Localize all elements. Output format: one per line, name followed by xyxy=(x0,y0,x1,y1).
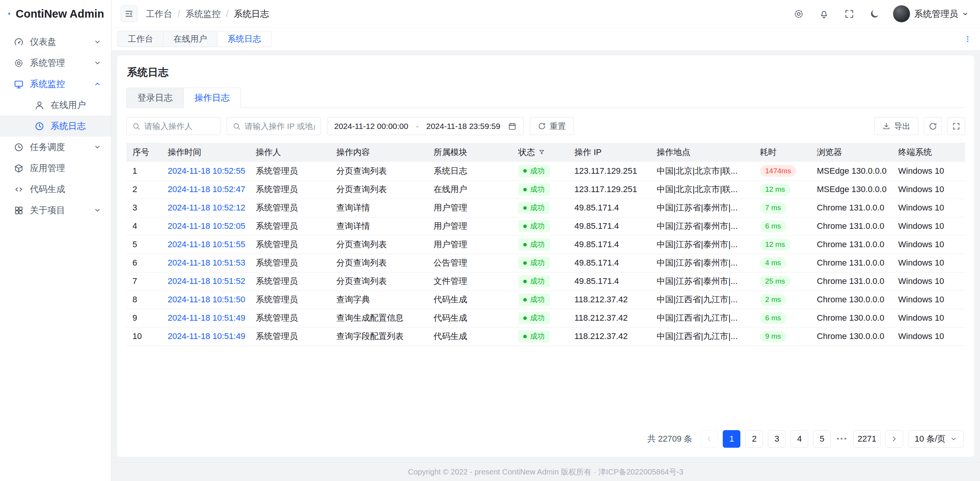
cell-module: 公告管理 xyxy=(428,254,512,272)
cell-cost: 9 ms xyxy=(754,327,811,346)
sidebar-item-task-scheduling[interactable]: 任务调度 xyxy=(0,137,111,158)
page-button[interactable]: 5 xyxy=(813,430,831,448)
copyright-text: Copyright © 2022 - present ContiNew Admi… xyxy=(408,467,684,477)
sidebar-item-label: 系统监控 xyxy=(30,78,88,90)
operator-search-input[interactable] xyxy=(144,122,215,131)
user-menu[interactable]: 系统管理员 xyxy=(893,5,969,23)
cost-badge: 12 ms xyxy=(760,184,791,196)
sidebar-item-dashboard[interactable]: 仪表盘 xyxy=(0,31,111,52)
cell-browser: Chrome 131.0.0.0 xyxy=(811,199,892,217)
dark-mode-button[interactable] xyxy=(867,7,881,21)
time-link[interactable]: 2024-11-18 10:51:53 xyxy=(168,258,245,267)
cell-cost: 12 ms xyxy=(754,180,811,199)
refresh-table-button[interactable] xyxy=(924,117,942,135)
time-link[interactable]: 2024-11-18 10:52:47 xyxy=(168,184,245,194)
cell-time: 2024-11-18 10:52:05 xyxy=(162,217,250,235)
tab-online-users[interactable]: 在线用户 xyxy=(163,31,217,47)
page-button[interactable]: 4 xyxy=(791,430,808,448)
sidebar-item-system-monitor[interactable]: 系统监控 xyxy=(0,73,111,95)
cost-badge: 9 ms xyxy=(760,331,786,342)
cell-status: 成功 xyxy=(512,217,568,235)
cell-location: 中国|江西省|九江市|... xyxy=(650,309,753,327)
app-root: ContiNew Admin 仪表盘 系统管理 系统监控 在线用户 xyxy=(0,0,980,481)
tab-system-logs[interactable]: 系统日志 xyxy=(217,31,271,47)
cell-location: 中国|江西省|九江市|... xyxy=(650,327,753,346)
more-vertical-icon[interactable] xyxy=(962,33,974,45)
notifications-button[interactable] xyxy=(817,7,831,21)
content: 系统日志 登录日志 操作日志 2024-11-12 00:00: xyxy=(111,50,980,462)
page-button[interactable]: 1 xyxy=(723,430,740,448)
cost-badge: 12 ms xyxy=(760,239,791,251)
time-link[interactable]: 2024-11-18 10:51:55 xyxy=(168,240,245,249)
last-page-button[interactable]: 2271 xyxy=(853,430,880,448)
ip-search-box xyxy=(227,117,321,135)
cell-content: 分页查询列表 xyxy=(330,180,427,199)
settings-button[interactable] xyxy=(792,7,805,21)
sidebar-item-label: 系统日志 xyxy=(51,120,101,132)
sidebar-item-code-generation[interactable]: 代码生成 xyxy=(0,179,111,200)
export-button[interactable]: 导出 xyxy=(874,117,918,135)
status-badge: 成功 xyxy=(518,238,550,251)
sidebar-item-online-users[interactable]: 在线用户 xyxy=(0,95,111,116)
refresh-icon xyxy=(538,122,546,130)
pagination-ellipsis[interactable]: ••• xyxy=(836,435,848,443)
cell-content: 查询字典 xyxy=(330,290,427,309)
logo[interactable]: ContiNew Admin xyxy=(0,0,111,28)
prev-page-button[interactable] xyxy=(700,430,718,448)
col-content: 操作内容 xyxy=(330,143,427,162)
sidebar-item-about-project[interactable]: 关于项目 xyxy=(0,200,111,221)
cell-ip: 49.85.171.4 xyxy=(568,254,651,272)
user-icon xyxy=(34,100,44,110)
cell-location: 中国|江苏省|泰州市|... xyxy=(650,199,753,217)
expand-table-button[interactable] xyxy=(947,117,965,135)
time-link[interactable]: 2024-11-18 10:51:52 xyxy=(168,276,245,286)
cell-operator: 系统管理员 xyxy=(250,235,330,254)
sidebar-item-system-logs[interactable]: 系统日志 xyxy=(0,116,111,137)
export-button-label: 导出 xyxy=(894,121,910,132)
tab-login-logs[interactable]: 登录日志 xyxy=(126,88,184,108)
reset-button[interactable]: 重置 xyxy=(530,117,574,135)
table-row: 5 2024-11-18 10:51:55 系统管理员 分页查询列表 用户管理 … xyxy=(126,235,965,254)
tab-workbench[interactable]: 工作台 xyxy=(118,31,163,47)
chevron-right-icon xyxy=(890,435,898,443)
cell-location: 中国|北京|北京市|联... xyxy=(650,180,753,199)
tab-operation-logs[interactable]: 操作日志 xyxy=(183,88,241,108)
breadcrumb-item[interactable]: 系统监控 xyxy=(185,8,220,20)
time-link[interactable]: 2024-11-18 10:52:12 xyxy=(168,203,245,212)
date-end-value[interactable]: 2024-11-18 23:59:59 xyxy=(426,122,500,131)
chevron-down-icon xyxy=(962,11,969,17)
page-button[interactable]: 2 xyxy=(745,430,763,448)
cell-cost: 6 ms xyxy=(754,217,811,235)
sidebar-collapse-button[interactable] xyxy=(121,5,137,22)
cell-content: 分页查询列表 xyxy=(330,235,427,254)
cell-index: 4 xyxy=(126,217,162,235)
col-browser: 浏览器 xyxy=(811,143,892,162)
page-button[interactable]: 3 xyxy=(768,430,786,448)
time-link[interactable]: 2024-11-18 10:51:50 xyxy=(168,295,245,304)
sidebar-menu: 仪表盘 系统管理 系统监控 在线用户 系统日志 xyxy=(0,28,111,221)
download-icon xyxy=(882,122,890,130)
cell-cost: 12 ms xyxy=(754,235,811,254)
avatar xyxy=(893,5,910,23)
chevron-up-icon xyxy=(94,80,101,88)
date-start-value[interactable]: 2024-11-12 00:00:00 xyxy=(334,122,408,131)
next-page-button[interactable] xyxy=(885,430,903,448)
status-badge: 成功 xyxy=(518,220,550,232)
time-link[interactable]: 2024-11-18 10:51:49 xyxy=(168,313,245,323)
date-range-picker[interactable]: 2024-11-12 00:00:00 - 2024-11-18 23:59:5… xyxy=(327,117,524,135)
fullscreen-button[interactable] xyxy=(842,7,856,21)
filter-icon[interactable] xyxy=(538,149,545,156)
breadcrumb-item[interactable]: 工作台 xyxy=(146,8,172,20)
sidebar-item-system-management[interactable]: 系统管理 xyxy=(0,52,111,73)
ip-search-input[interactable] xyxy=(245,122,315,131)
page-size-select[interactable]: 10 条/页 xyxy=(908,430,964,448)
time-link[interactable]: 2024-11-18 10:52:05 xyxy=(168,221,245,231)
time-link[interactable]: 2024-11-18 10:52:55 xyxy=(168,166,245,176)
col-index: 序号 xyxy=(126,143,162,162)
status-badge: 成功 xyxy=(518,257,550,269)
chevron-down-icon xyxy=(94,143,101,151)
bell-icon xyxy=(819,9,829,19)
cell-location: 中国|江苏省|泰州市|... xyxy=(650,254,753,272)
sidebar-item-app-management[interactable]: 应用管理 xyxy=(0,158,111,179)
time-link[interactable]: 2024-11-18 10:51:49 xyxy=(168,331,245,341)
